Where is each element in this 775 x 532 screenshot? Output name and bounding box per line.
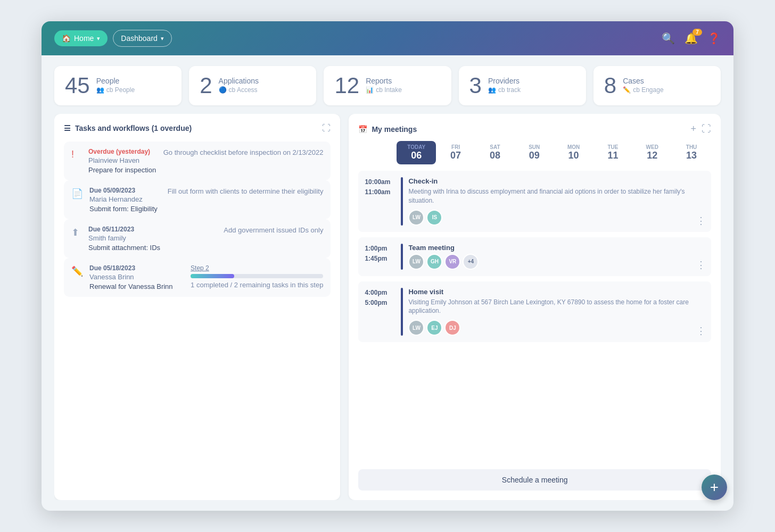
stat-card-reports[interactable]: 12 Reports 📊 cb Intake bbox=[324, 66, 451, 105]
main-content: 45 People 👥 cb People 2 Applications 🔵 c… bbox=[42, 55, 733, 511]
meeting-more-icon[interactable]: ⋮ bbox=[696, 325, 706, 337]
task-desc: Fill out form with clients to determine … bbox=[168, 187, 324, 196]
task-entity-link[interactable]: Maria Hernandez bbox=[89, 195, 143, 203]
home-chevron-icon: ▾ bbox=[97, 35, 100, 42]
calendar-day[interactable]: TODAY 06 bbox=[397, 141, 436, 164]
stat-sub-text: cb track bbox=[498, 86, 521, 94]
calendar-day[interactable]: THU 13 bbox=[672, 141, 711, 164]
stat-label: Cases bbox=[623, 77, 663, 85]
task-desc: Go through checklist before inspection o… bbox=[163, 148, 324, 157]
task-type-icon: ⬆ bbox=[71, 227, 82, 238]
meeting-avatars: LWGHVR+4 bbox=[408, 254, 705, 270]
avatar: LW bbox=[408, 254, 424, 270]
calendar-day[interactable]: FRI 07 bbox=[436, 141, 475, 164]
avatar: EJ bbox=[426, 320, 442, 336]
task-item: ✏️ Due 05/18/2023 Vanessa Brinn Renewal … bbox=[64, 258, 331, 297]
calendar-day[interactable]: MON 10 bbox=[554, 141, 593, 164]
task-desc: 1 completed / 2 remaining tasks in this … bbox=[191, 280, 323, 290]
task-desc: Add government issued IDs only bbox=[224, 226, 323, 235]
stats-row: 45 People 👥 cb People 2 Applications 🔵 c… bbox=[54, 66, 721, 105]
stat-card-providers[interactable]: 3 Providers 👥 cb track bbox=[459, 66, 586, 105]
stat-sub-text: cb Intake bbox=[376, 86, 402, 94]
stat-info: Providers 👥 cb track bbox=[488, 74, 521, 94]
schedule-meeting-button[interactable]: Schedule a meeting bbox=[358, 469, 711, 491]
avatar: LW bbox=[408, 320, 424, 336]
avatar: DJ bbox=[444, 320, 460, 336]
meeting-item: 1:00pm1:45pm Team meeting LWGHVR+4 ⋮ bbox=[358, 237, 711, 276]
search-icon[interactable]: 🔍 bbox=[662, 32, 675, 45]
fab-plus-icon: + bbox=[710, 479, 719, 496]
stat-number: 45 bbox=[65, 74, 90, 97]
task-body: Due 05/18/2023 Vanessa Brinn Renewal for… bbox=[89, 264, 184, 290]
task-body: Due 05/09/2023 Maria Hernandez Submit fo… bbox=[89, 187, 161, 213]
meeting-item: 4:00pm5:00pm Home visit Visiting Emily J… bbox=[358, 281, 711, 343]
cal-day-name: TUE bbox=[607, 144, 618, 150]
task-body: Due 05/11/2023 Smith family Submit attac… bbox=[88, 226, 217, 252]
cal-day-num: 12 bbox=[647, 150, 657, 161]
stat-number: 12 bbox=[334, 74, 359, 97]
stat-sub-icon: 👥 bbox=[488, 86, 496, 94]
avatar: GH bbox=[426, 254, 442, 270]
avatar: +4 bbox=[463, 254, 479, 270]
progress-bar-fill bbox=[191, 274, 234, 278]
calendar-day[interactable]: WED 12 bbox=[632, 141, 672, 164]
meeting-more-icon[interactable]: ⋮ bbox=[696, 215, 706, 227]
meeting-type: Home visit bbox=[408, 288, 705, 296]
meeting-bar bbox=[401, 244, 403, 270]
meetings-expand-icon[interactable]: ⛶ bbox=[702, 123, 711, 135]
stat-label: Reports bbox=[366, 77, 402, 85]
stat-sub: 👥 cb People bbox=[96, 86, 135, 94]
task-entity-link[interactable]: Smith family bbox=[88, 234, 126, 242]
meeting-more-icon[interactable]: ⋮ bbox=[696, 259, 706, 271]
task-entity-link[interactable]: Plainview Haven bbox=[88, 156, 139, 164]
header-actions: 🔍 🔔 7 ❓ bbox=[662, 32, 721, 45]
add-meeting-icon[interactable]: + bbox=[690, 123, 696, 135]
stat-card-cases[interactable]: 8 Cases ✏️ cb Engage bbox=[593, 66, 721, 105]
stat-card-applications[interactable]: 2 Applications 🔵 cb Access bbox=[189, 66, 316, 105]
calendar-day[interactable]: SAT 08 bbox=[475, 141, 515, 164]
calendar-day[interactable]: SUN 09 bbox=[515, 141, 554, 164]
calendar-icon: 📅 bbox=[358, 125, 367, 134]
dashboard-button[interactable]: Dashboard ▾ bbox=[113, 30, 172, 47]
bottom-row: ☰ Tasks and workflows (1 overdue) ⛶ ! Ov… bbox=[54, 114, 721, 500]
task-entity-link[interactable]: Vanessa Brinn bbox=[89, 273, 134, 281]
meetings-header: 📅 My meetings + ⛶ bbox=[358, 123, 711, 135]
task-right: Step 2 1 completed / 2 remaining tasks i… bbox=[191, 264, 323, 290]
fab-button[interactable]: + bbox=[702, 475, 727, 500]
avatar: IS bbox=[426, 210, 442, 226]
task-due-date: Due 05/11/2023 bbox=[88, 226, 217, 233]
task-name: Prepare for inspection bbox=[88, 166, 157, 174]
cal-day-name: WED bbox=[646, 144, 658, 150]
stat-sub: 👥 cb track bbox=[488, 86, 521, 94]
help-icon[interactable]: ❓ bbox=[707, 32, 721, 45]
stat-sub-icon: 🔵 bbox=[219, 86, 227, 94]
notification-icon[interactable]: 🔔 7 bbox=[685, 32, 698, 45]
meeting-content: Home visit Visiting Emily Johnson at 567… bbox=[408, 288, 705, 336]
meeting-time: 1:00pm1:45pm bbox=[365, 244, 395, 270]
task-type-icon: 📄 bbox=[71, 188, 83, 200]
home-button[interactable]: 🏠 Home ▾ bbox=[54, 30, 108, 46]
cal-day-name: THU bbox=[686, 144, 697, 150]
stat-sub-icon: 📊 bbox=[366, 86, 374, 94]
meeting-desc: Meeting with Irina to discuss employment… bbox=[408, 187, 705, 205]
meeting-content: Check-in Meeting with Irina to discuss e… bbox=[408, 177, 705, 226]
cal-day-num: 13 bbox=[686, 150, 697, 161]
header-nav: 🏠 Home ▾ Dashboard ▾ bbox=[54, 30, 172, 47]
task-step-label[interactable]: Step 2 bbox=[191, 264, 323, 272]
task-type-icon: ! bbox=[71, 149, 82, 160]
tasks-list: ! Overdue (yesterday) Plainview Haven Pr… bbox=[64, 142, 331, 297]
stat-sub-text: cb People bbox=[106, 86, 135, 94]
stat-label: Providers bbox=[488, 77, 521, 85]
stat-sub-text: cb Engage bbox=[633, 86, 663, 94]
meeting-item: 10:00am11:00am Check-in Meeting with Iri… bbox=[358, 171, 711, 232]
calendar-day[interactable]: TUE 11 bbox=[593, 141, 633, 164]
meetings-panel: 📅 My meetings + ⛶ TODAY 06 FRI 07 SAT 08… bbox=[349, 114, 721, 500]
meeting-desc: Visiting Emily Johnson at 567 Birch Lane… bbox=[408, 298, 705, 316]
task-right: Fill out form with clients to determine … bbox=[168, 187, 324, 196]
tasks-expand-icon[interactable]: ⛶ bbox=[322, 123, 331, 133]
stat-card-people[interactable]: 45 People 👥 cb People bbox=[54, 66, 182, 105]
meeting-time: 4:00pm5:00pm bbox=[365, 288, 395, 336]
tasks-title: ☰ Tasks and workflows (1 overdue) bbox=[64, 124, 192, 132]
task-item: ⬆ Due 05/11/2023 Smith family Submit att… bbox=[64, 219, 331, 258]
dashboard-label: Dashboard bbox=[121, 34, 158, 43]
